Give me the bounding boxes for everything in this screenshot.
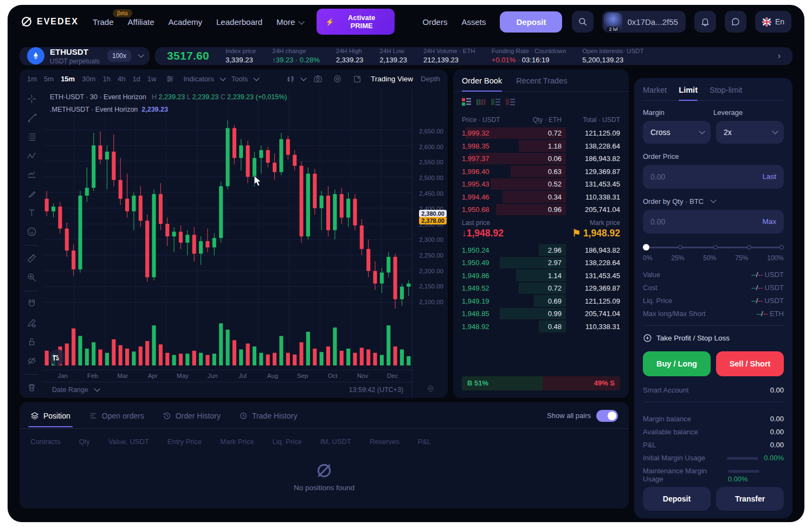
candlestick-chart[interactable]: ETH·USDT · 30 · Event Horizon H 2,239.23… [43,89,412,370]
qty-label[interactable]: Order by Qty · BTC [643,197,784,205]
forecast-icon[interactable] [25,169,37,181]
indicators-menu[interactable]: Indicators [183,75,223,83]
pair-selector[interactable]: ETHUSDT USDT perpetuals 100x [20,47,150,65]
show-all-pairs-toggle[interactable] [596,410,618,422]
timeframe-15m[interactable]: 15m [61,75,75,83]
tools-menu[interactable]: Tools [231,75,257,83]
panel-deposit-button[interactable]: Deposit [643,487,711,511]
ob-layout-asks-icon[interactable] [506,98,515,108]
nav-item-more[interactable]: More [276,17,302,27]
trash-icon[interactable] [25,382,37,394]
trendline-icon[interactable] [25,112,37,124]
orderbook-row[interactable]: 1,948.850.99205,741.04 [462,307,620,320]
wallet-pill[interactable]: 2 lvl 0x17Da...2f55 [602,11,685,33]
tab-trading-view[interactable]: Trading View [371,75,413,83]
timeframe-1h[interactable]: 1h [102,75,110,83]
orderbook-tab-recent-trades[interactable]: Recent Trades [516,76,567,91]
order-type-tab-stop-limit[interactable]: Stop-limit [710,86,742,100]
orderbook-tab-order-book[interactable]: Order Book [462,76,502,91]
nav-item-affiliate[interactable]: Affiliate [128,17,154,27]
slider-thumb[interactable] [643,244,649,250]
chart-type-icon[interactable] [286,75,305,83]
nav-item-trade[interactable]: Tradeβeta [93,17,114,27]
screenshot-icon[interactable] [312,73,324,85]
qty-slider[interactable] [643,243,784,251]
price-axis[interactable]: 2,650.002,600.002,550.002,500.002,450.00… [412,89,448,398]
ruler-icon[interactable] [25,253,37,265]
leverage-select[interactable]: 2x [716,121,784,144]
orderbook-row[interactable]: 1,995.430.52131,453.45 [462,178,620,191]
orderbook-row[interactable]: 1,949.520.72129,369.87 [462,282,620,295]
chat-button[interactable] [725,11,746,33]
fullscreen-icon[interactable] [351,73,363,85]
orderbook-row[interactable]: 1,999.320.72121,125.09 [462,127,620,140]
tab-order-history[interactable]: Order History [163,412,221,427]
leverage-pill[interactable]: 100x [107,50,131,62]
margin-select[interactable]: Cross [643,121,711,144]
orderbook-row[interactable]: 1,950.242.96186,943.82 [462,243,620,256]
zoom-in-icon[interactable] [25,272,37,284]
timeframe-30m[interactable]: 30m [82,75,95,83]
tab-open-orders[interactable]: Open orders [89,412,144,427]
notifications-button[interactable] [694,11,716,33]
order-type-tab-limit[interactable]: Limit [679,86,698,100]
nav-orders[interactable]: Orders [423,17,448,27]
xabcd-icon[interactable] [25,150,37,162]
nav-item-academy[interactable]: Academy [168,17,202,27]
date-range-selector[interactable]: Date Range [52,386,98,394]
text-icon[interactable] [25,207,37,219]
orderbook-row[interactable]: 1,948.920.48110,338.31 [462,320,620,333]
sell-short-button[interactable]: Sell / Short [716,351,784,376]
orderbook-row[interactable]: 1,949.190.69121,125.09 [462,294,620,307]
tab-position[interactable]: Position [30,412,70,427]
brand-logo[interactable]: EVEDEX [21,16,79,28]
timeframe-1w[interactable]: 1w [147,75,157,83]
max-qty-shortcut[interactable]: Max [762,217,776,226]
hide-icon[interactable] [25,355,37,367]
timeframe-1m[interactable]: 1m [27,75,37,83]
tab-trade-history[interactable]: Trade History [239,412,298,427]
emoji-icon[interactable] [25,226,37,238]
order-type-tab-market[interactable]: Market [643,86,667,100]
draw-lock-icon[interactable] [25,317,37,329]
ob-layout-columns-icon[interactable] [476,98,486,108]
orderbook-row[interactable]: 1,950.492.97138,228.64 [462,256,620,269]
tpsl-toggle[interactable]: Take Profit / Stop Loss [643,333,784,343]
orderbook-row[interactable]: 1,996.400.63129,369.87 [462,165,620,178]
chart-settings-icon[interactable] [332,73,344,85]
language-button[interactable]: En [755,11,791,33]
timeframe-1d[interactable]: 1d [132,75,140,83]
orderbook-row[interactable]: 1,998.351.18138,228.64 [462,139,620,152]
orderbook-row[interactable]: 1,997.370.06186,943.82 [462,152,620,165]
buy-long-button[interactable]: Buy / Long [643,351,711,376]
timeframe-4h[interactable]: 4h [118,75,125,83]
nav-item-leaderboard[interactable]: Leaderboard [216,17,262,27]
orderbook-row[interactable]: 1,949.861.14131,453.45 [462,269,620,282]
nav-assets[interactable]: Assets [461,17,486,27]
ob-layout-combined-icon[interactable] [462,98,471,108]
mark-price[interactable]: ⚑ 1,948.92 [572,228,620,239]
crosshair-icon[interactable] [25,93,37,105]
last-price-shortcut[interactable]: Last [762,172,776,181]
activate-prime-button[interactable]: ⚡ Activate PRIME [317,9,394,35]
ticker-more-chevron-icon[interactable]: › [778,51,781,61]
orderbook-row[interactable]: 1,950.680.96205,741.04 [462,203,620,216]
axis-settings-icon[interactable] [427,384,435,395]
order-price-input[interactable] [650,172,762,181]
qty-input[interactable] [650,217,762,226]
timeframe-5m[interactable]: 5m [44,75,54,83]
timeframe-settings-icon[interactable] [164,73,176,85]
deposit-button[interactable]: Deposit [500,11,562,33]
chevron-down-icon[interactable] [138,52,144,58]
search-button[interactable] [572,11,594,33]
panel-transfer-button[interactable]: Transfer [716,487,784,511]
month-label-feb: Feb [78,370,107,382]
orderbook-row[interactable]: 1,994.460.34110,338.31 [462,190,620,203]
lock-icon[interactable] [25,336,37,348]
brush-icon[interactable] [25,188,37,200]
last-price[interactable]: ↓1,948.92 [462,228,504,239]
fib-lines-icon[interactable] [25,131,37,143]
magnet-icon[interactable] [25,298,37,310]
tab-depth[interactable]: Depth [421,75,440,83]
ob-layout-bids-icon[interactable] [491,98,500,108]
